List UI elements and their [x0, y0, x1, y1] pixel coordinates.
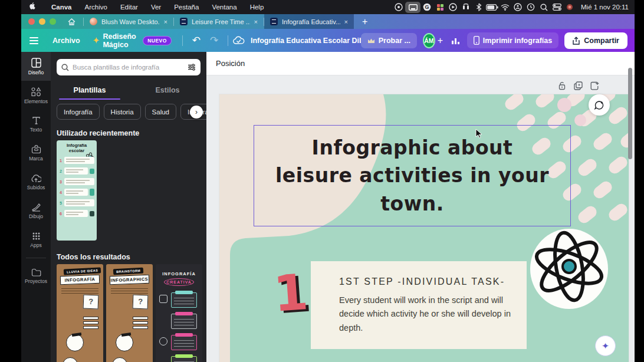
minimize-window-button[interactable] [39, 18, 45, 25]
menu-archivo[interactable]: Archivo [78, 4, 114, 11]
share-label: Compartir [584, 37, 619, 45]
undo-button[interactable]: ↶ [188, 34, 205, 47]
focus-icon[interactable] [511, 0, 524, 14]
app-status-icon[interactable] [392, 0, 405, 14]
sidebar-item-proyectos[interactable]: Proyectos [21, 262, 51, 291]
position-button[interactable]: Posición [216, 59, 245, 68]
chip-salud[interactable]: Salud [145, 104, 176, 120]
results-thumbnails: LLUVIA DE IDEAS INFOGRAFÍA ? BRAINSTORM … [57, 264, 202, 362]
recent-section-title: Utilizado recientemente [57, 129, 139, 137]
toolbar-separator [228, 35, 228, 46]
menu-pestana[interactable]: Pestaña [167, 4, 205, 11]
magic-redesign-button[interactable]: ✦ Rediseño Mágico NUEVO [87, 32, 178, 49]
thumb-subtitle: CREATIVA [164, 278, 194, 286]
wifi-icon[interactable] [498, 0, 511, 14]
tab3-favicon [270, 18, 278, 25]
brand-icon [31, 145, 41, 154]
apple-menu-icon[interactable] [29, 2, 37, 12]
time-machine-icon[interactable] [524, 0, 537, 14]
filter-icon[interactable] [188, 64, 196, 71]
add-comment-button[interactable] [589, 94, 610, 116]
canvas-scrollbar[interactable] [628, 68, 632, 159]
templates-panel: Plantillas Estilos Infografía Historia S… [51, 52, 206, 362]
sidebar-item-texto[interactable]: Texto [21, 110, 51, 139]
tab-estilos[interactable]: Estilos [129, 83, 206, 100]
phone-icon [474, 36, 479, 45]
play-circle-icon[interactable] [446, 0, 459, 14]
duplicate-page-icon[interactable] [574, 81, 583, 90]
spotlight-icon[interactable] [537, 0, 550, 14]
template-thumb-1[interactable]: LLUVIA DE IDEAS INFOGRAFÍA ? [57, 264, 103, 362]
airpods-icon[interactable] [459, 0, 472, 14]
close-window-button[interactable] [28, 18, 35, 25]
chips-next-button[interactable]: › [190, 106, 203, 119]
title-line-3: town. [380, 190, 443, 218]
magic-redesign-label: Rediseño Mágico [103, 32, 139, 49]
search-icon [61, 64, 69, 71]
design-page[interactable]: Infographic about leisure activities in … [219, 94, 629, 362]
tab2-favicon [180, 18, 188, 25]
avatar[interactable]: ÁM [423, 33, 435, 48]
menu-canva[interactable]: Canva [45, 4, 78, 11]
search-input[interactable] [73, 64, 184, 71]
print-infographics-button[interactable]: Imprimir infografías [467, 32, 558, 48]
home-button[interactable] [64, 16, 78, 28]
tab-plantillas[interactable]: Plantillas [51, 83, 129, 100]
bluetooth-icon[interactable] [472, 0, 485, 14]
control-center-icon[interactable] [550, 0, 563, 14]
sidebar-item-diseno[interactable]: Diseño [21, 52, 51, 81]
browser-tab-2[interactable]: Leisure Free Time ... × [174, 14, 264, 29]
app-grid-icon[interactable] [433, 0, 446, 14]
tab1-close-icon[interactable]: × [164, 18, 167, 25]
sidebar-item-subidos[interactable]: Subidos [21, 167, 51, 196]
tab2-close-icon[interactable]: × [254, 18, 258, 25]
cloud-saved-icon[interactable] [233, 34, 245, 48]
add-page-icon[interactable] [590, 81, 599, 90]
browser-tab-1[interactable]: Blush Wave Deskto... × [84, 14, 173, 29]
hamburger-menu-icon[interactable] [29, 37, 38, 44]
tab1-label: Blush Wave Deskto... [101, 18, 160, 25]
menu-ventana[interactable]: Ventana [205, 4, 243, 11]
window-controls[interactable] [28, 18, 56, 25]
battery-icon[interactable] [485, 0, 498, 14]
lock-icon[interactable] [558, 81, 566, 90]
template-thumb-2[interactable]: BRAINSTORM INFOGRAPHICS ? [106, 264, 153, 362]
sidebar-item-dibujo[interactable]: Dibujo [21, 196, 51, 225]
editor-toolbar: Archivo ✦ Rediseño Mágico NUEVO ↶ ↷ Info… [21, 29, 635, 52]
menu-help[interactable]: Help [244, 4, 271, 11]
template-search[interactable] [57, 59, 201, 75]
text-icon [32, 116, 41, 125]
title-textbox-selected[interactable]: Infographic about leisure activities in … [254, 125, 571, 226]
screen-mirroring-icon[interactable] [405, 2, 420, 13]
atom-sticker[interactable] [525, 223, 613, 311]
browser-tab-3-active[interactable]: Infografía Educativ... × [264, 14, 354, 29]
recording-indicator-icon[interactable] [563, 0, 576, 14]
canva-assistant-button[interactable]: ✦ [595, 335, 616, 356]
document-title[interactable]: Infografía Educativa Escolar Dibujos ... [245, 37, 361, 45]
menu-ver[interactable]: Ver [144, 4, 167, 11]
step-1-number[interactable]: 1 [272, 263, 310, 323]
sidebar-label: Dibujo [29, 213, 43, 219]
insights-chart-icon[interactable] [451, 34, 461, 48]
file-menu-button[interactable]: Archivo [45, 37, 87, 45]
panel-tabs: Plantillas Estilos [51, 83, 206, 100]
tab3-close-icon[interactable]: × [344, 18, 348, 25]
share-button[interactable]: Compartir [564, 32, 627, 49]
sidebar-item-apps[interactable]: Apps [21, 225, 51, 254]
g-app-icon[interactable]: G [420, 0, 433, 14]
sidebar-item-elementos[interactable]: Elementos [21, 81, 51, 110]
chip-infografia[interactable]: Infografía [57, 104, 100, 120]
zoom-window-button[interactable] [50, 18, 56, 25]
add-member-button[interactable]: + [438, 35, 443, 46]
step-1-card[interactable]: 1ST STEP -INDIVIDUAL TASK- Every student… [311, 261, 527, 349]
menu-editar[interactable]: Editar [114, 4, 144, 11]
chip-historia[interactable]: Historia [104, 104, 141, 120]
step-num: 5 [59, 201, 63, 205]
try-pro-button[interactable]: Probar ... [361, 33, 417, 48]
template-thumb-3[interactable]: INFOGRAFÍA CREATIVA [156, 264, 202, 362]
redo-button[interactable]: ↷ [205, 34, 223, 47]
sidebar-item-marca[interactable]: Marca [21, 139, 51, 167]
new-tab-button[interactable]: + [362, 17, 367, 27]
recent-template-thumb[interactable]: Infografía escolar 1 2 3 4 5 6 [57, 140, 97, 241]
magic-star-icon: ✦ [93, 36, 100, 45]
